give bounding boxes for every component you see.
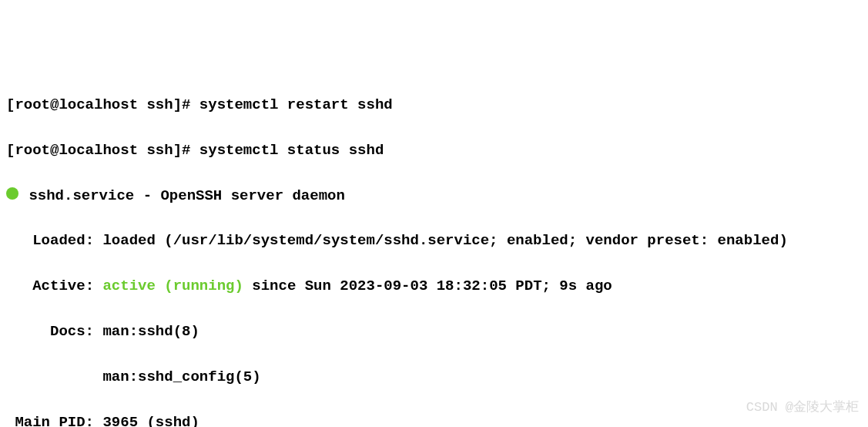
active-since: since Sun 2023-09-03 18:32:05 PDT; 9s ag… [243,277,612,294]
shell-prompt: [root@localhost ssh]# [6,96,199,113]
loaded-line: Loaded: loaded (/usr/lib/systemd/system/… [6,230,862,252]
active-state: active (running) [102,277,243,294]
shell-prompt: [root@localhost ssh]# [6,142,199,159]
active-label: Active: [6,277,102,294]
command-text: systemctl restart sshd [199,96,393,113]
mainpid-line: Main PID: 3965 (sshd) [6,412,862,427]
unit-header-line: sshd.service - OpenSSH server daemon [6,185,862,207]
watermark-text: CSDN @金陵大掌柜 [746,398,859,418]
command-text: systemctl status sshd [199,142,384,159]
docs-line-2: man:sshd_config(5) [6,366,862,388]
docs-line-1: Docs: man:sshd(8) [6,321,862,343]
status-active-icon [6,187,18,200]
terminal-line: [root@localhost ssh]# systemctl restart … [6,94,862,116]
terminal-line: [root@localhost ssh]# systemctl status s… [6,140,862,162]
active-line: Active: active (running) since Sun 2023-… [6,275,862,298]
unit-header: sshd.service - OpenSSH server daemon [20,187,345,204]
